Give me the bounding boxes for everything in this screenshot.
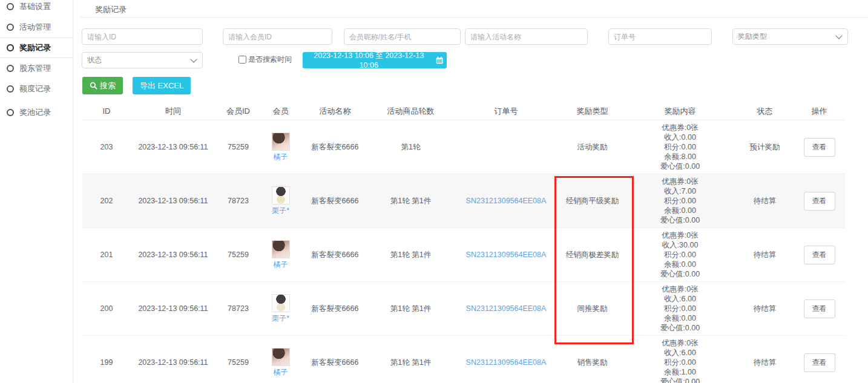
status-select[interactable]: 状态	[82, 52, 203, 68]
table-row: 201 2023-12-13 09:56:11 75259 橘子 新客裂变666…	[82, 228, 845, 282]
table-row: 200 2023-12-13 09:56:11 78723 栗子* 新客裂变66…	[82, 282, 845, 336]
member-id-input[interactable]	[223, 28, 332, 45]
cell-action: 查看	[794, 282, 845, 336]
chevron-down-icon	[190, 56, 197, 62]
sidebar-item-label: 活动管理	[19, 22, 51, 33]
cell-order-no[interactable]: SN23121309564EE08A	[452, 174, 561, 228]
sidebar-item-activity-management[interactable]: 活动管理	[0, 17, 73, 38]
cell-status: 待结算	[736, 336, 794, 383]
table-row: 203 2023-12-13 09:56:11 75259 橘子 新客裂变666…	[82, 120, 845, 174]
col-header-id: ID	[82, 102, 131, 120]
cell-round: 第1轮 第1件	[370, 282, 452, 336]
cell-activity: 新客裂变6666	[300, 174, 370, 228]
cell-reward-type: 经销商极差奖励	[561, 228, 624, 282]
sidebar-item-basic-settings[interactable]: 基础设置	[0, 0, 73, 17]
calendar-icon	[436, 56, 443, 64]
cell-time: 2023-12-13 09:56:11	[131, 282, 215, 336]
view-button[interactable]: 查看	[804, 192, 835, 211]
member-name-input[interactable]	[344, 28, 461, 45]
view-button[interactable]: 查看	[804, 246, 835, 264]
activity-name-input[interactable]	[465, 28, 588, 45]
view-button[interactable]: 查看	[804, 300, 835, 318]
reward-type-select[interactable]: 奖励类型	[732, 28, 848, 45]
cell-id: 200	[82, 282, 131, 336]
cell-round: 第1轮	[370, 120, 452, 174]
cell-round: 第1轮 第1件	[370, 228, 452, 282]
cell-time: 2023-12-13 09:56:11	[131, 228, 215, 282]
search-time-checkbox-group: 是否搜索时间	[238, 54, 292, 65]
sidebar: 基础设置 活动管理 奖励记录 股东管理 额度记录 奖池记录	[0, 0, 73, 383]
member-avatar[interactable]	[272, 240, 290, 258]
cell-action: 查看	[794, 336, 845, 383]
circle-icon	[7, 65, 14, 72]
member-avatar[interactable]	[272, 294, 290, 312]
search-button[interactable]: 搜索	[82, 77, 123, 94]
cell-activity: 新客裂变6666	[300, 336, 370, 383]
cell-member: 橘子	[261, 120, 300, 174]
cell-member: 栗子*	[261, 282, 300, 336]
member-name-link[interactable]: 橘子	[274, 367, 288, 378]
sidebar-item-reward-records[interactable]: 奖励记录	[0, 38, 73, 58]
member-avatar[interactable]	[272, 348, 290, 366]
cell-round: 第1轮 第1件	[370, 336, 452, 383]
status-select-value: 状态	[87, 55, 102, 65]
sidebar-item-label: 股东管理	[19, 63, 51, 74]
col-header-round: 活动商品轮数	[370, 102, 452, 120]
table-header-row: ID 时间 会员ID 会员 活动名称 活动商品轮数 订单号 奖励类型 奖励内容 …	[82, 102, 845, 120]
cell-reward-content: 优惠券:0张 收入:0.00 积分:0.00 余额:8.00 爱心值:0.00	[624, 120, 736, 174]
cell-time: 2023-12-13 09:56:11	[131, 336, 215, 383]
cell-order-no[interactable]	[452, 120, 561, 174]
circle-icon	[7, 44, 14, 51]
cell-reward-content: 优惠券:0张 收入:6.00 积分:0.00 余额:1.00 爱心值:0.00	[624, 336, 736, 383]
cell-time: 2023-12-13 09:56:11	[131, 120, 215, 174]
cell-order-no[interactable]: SN23121309564EE08A	[452, 336, 561, 383]
sidebar-item-quota-records[interactable]: 额度记录	[0, 79, 73, 99]
cell-member: 橘子	[261, 228, 300, 282]
cell-order-no[interactable]: SN23121309564EE08A	[452, 228, 561, 282]
cell-id: 201	[82, 228, 131, 282]
sidebar-nav: 基础设置 活动管理 奖励记录 股东管理 额度记录 奖池记录	[0, 0, 73, 123]
sidebar-item-prize-pool-records[interactable]: 奖池记录	[0, 102, 73, 123]
search-time-checkbox-label: 是否搜索时间	[248, 54, 292, 65]
member-name-link[interactable]: 橘子	[274, 152, 288, 162]
sidebar-item-label: 额度记录	[19, 83, 51, 94]
cell-activity: 新客裂变6666	[300, 228, 370, 282]
col-header-member-id: 会员ID	[215, 102, 261, 120]
member-name-link[interactable]: 橘子	[274, 260, 288, 270]
cell-member-id: 75259	[215, 228, 261, 282]
cell-activity: 新客裂变6666	[300, 282, 370, 336]
cell-member-id: 78723	[215, 174, 261, 228]
member-avatar[interactable]	[272, 186, 290, 205]
reward-records-page: 基础设置 活动管理 奖励记录 股东管理 额度记录 奖池记录	[0, 0, 868, 383]
cell-reward-type: 间推奖励	[561, 282, 624, 336]
cell-reward-content: 优惠券:0张 收入:6.00 积分:0.00 余额:0.00 爱心值:0.00	[624, 282, 736, 336]
main-content: 奖励记录 奖励类型 状态 是否搜索时间 2023-12-13 10:06 至 2…	[73, 0, 868, 383]
search-icon	[90, 82, 97, 90]
title-divider	[81, 17, 868, 18]
cell-time: 2023-12-13 09:56:11	[131, 174, 215, 228]
member-name-link[interactable]: 栗子*	[272, 206, 289, 216]
cell-activity: 新客裂变6666	[300, 120, 370, 174]
view-button[interactable]: 查看	[804, 353, 835, 372]
order-no-input[interactable]	[608, 28, 712, 45]
search-time-checkbox[interactable]	[238, 56, 246, 64]
cell-order-no[interactable]: SN23121309564EE08A	[452, 282, 561, 336]
member-avatar[interactable]	[272, 133, 290, 151]
export-excel-button[interactable]: 导出 EXCEL	[133, 77, 191, 94]
col-header-time: 时间	[131, 102, 215, 120]
member-name-link[interactable]: 栗子*	[272, 313, 289, 324]
cell-status: 待结算	[736, 174, 794, 228]
cell-reward-type: 销售奖励	[561, 336, 624, 383]
cell-id: 203	[82, 120, 131, 174]
sidebar-item-label: 奖励记录	[19, 42, 51, 53]
id-input[interactable]	[82, 28, 203, 45]
cell-status: 待结算	[736, 282, 794, 336]
sidebar-item-label: 奖池记录	[19, 107, 51, 118]
date-range-button[interactable]: 2023-12-13 10:06 至 2023-12-13 10:06	[303, 52, 447, 68]
cell-member: 橘子	[261, 336, 300, 383]
sidebar-item-shareholder-management[interactable]: 股东管理	[0, 58, 73, 79]
col-header-action: 操作	[794, 102, 845, 120]
view-button[interactable]: 查看	[804, 138, 835, 157]
col-header-status: 状态	[736, 102, 794, 120]
page-title: 奖励记录	[95, 4, 127, 15]
